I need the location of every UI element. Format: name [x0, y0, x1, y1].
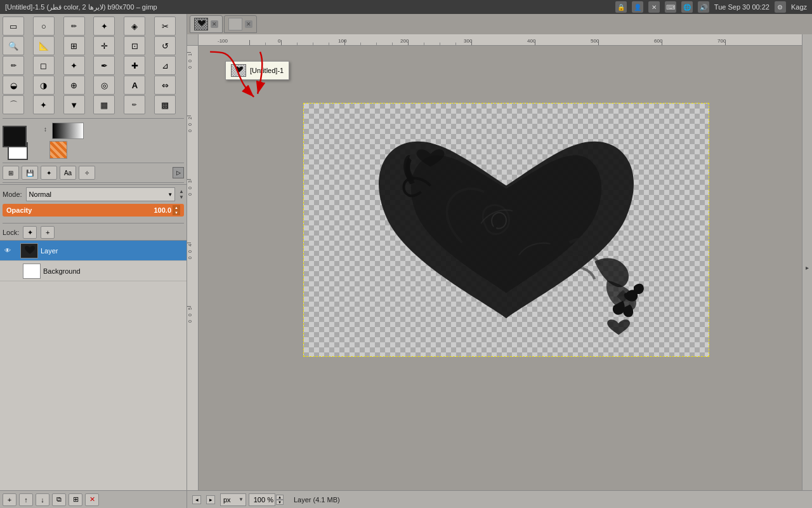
zoom-wrapper: 100 % ▲ ▼ — [249, 493, 284, 506]
tool-preset-btn[interactable]: ⊞ — [3, 166, 19, 180]
tools-divider — [3, 118, 184, 119]
rect-select-tool[interactable]: ▭ — [3, 17, 24, 36]
canvas-zone: [Untitled]-1 -100 0 100 200 300 400 — [187, 34, 812, 508]
opacity-decrease-btn[interactable]: ▼ — [173, 210, 180, 215]
paintbrush-tool[interactable]: ✏ — [3, 56, 24, 75]
heal-tool[interactable]: ✚ — [124, 56, 145, 75]
path-tool[interactable]: ⌒ — [3, 95, 24, 114]
align-tool[interactable]: ⊞ — [63, 36, 85, 55]
image-tab-1[interactable]: ✕ — [190, 15, 223, 33]
free-select-tool[interactable]: ✏ — [63, 17, 85, 36]
duplicate-layer-btn[interactable]: ⧉ — [52, 493, 66, 506]
ruler-v-content: 1 0 0 2 0 0 3 0 0 4 0 0 5 — [187, 46, 198, 500]
measure-tool[interactable]: 📐 — [33, 36, 55, 55]
tool-options-btn[interactable]: ✧ — [79, 166, 95, 180]
scroll-left-btn[interactable]: ◂ — [192, 495, 201, 504]
user-icon[interactable]: 👤 — [632, 1, 643, 13]
ellipse-select-tool[interactable]: ○ — [33, 17, 55, 36]
zoom-input[interactable]: 100 % — [249, 493, 275, 506]
network-icon[interactable]: 🌐 — [681, 1, 693, 13]
opacity-value: 100.0 — [154, 206, 171, 214]
select-by-color-tool[interactable]: ◈ — [124, 17, 145, 36]
position-lock-btn[interactable]: + — [41, 226, 55, 239]
unit-select[interactable]: px mm in pt — [220, 493, 246, 506]
main-canvas[interactable] — [199, 46, 802, 500]
save-preset-btn[interactable]: 💾 — [22, 166, 38, 180]
new-layer-btn[interactable]: + — [3, 493, 16, 506]
airbrush-tool[interactable]: ✦ — [63, 56, 85, 75]
color-picker-tool[interactable]: ✦ — [33, 95, 55, 114]
rotate-tool[interactable]: ↺ — [154, 36, 176, 55]
unit-select-wrapper: px mm in pt ▼ — [220, 493, 244, 506]
clone-tool[interactable]: ⊕ — [63, 76, 85, 95]
vertical-ruler: 1 0 0 2 0 0 3 0 0 4 0 0 5 — [187, 46, 199, 500]
color-divider — [3, 163, 184, 163]
clock: Tue Sep 30 00:22 — [714, 3, 769, 11]
zoom-tool[interactable]: 🔍 — [3, 36, 24, 55]
tab2-close-btn[interactable]: ✕ — [245, 20, 252, 28]
image-tab-2[interactable]: ✕ — [224, 15, 257, 33]
layer-visibility-eye[interactable]: 👁 — [3, 246, 13, 256]
layers-divider — [3, 223, 184, 224]
bucket-fill-tool[interactable]: ▼ — [63, 95, 85, 114]
pattern-preview[interactable] — [49, 141, 67, 159]
layer-item-background[interactable]: Background — [0, 261, 187, 281]
options-divider — [3, 182, 184, 183]
mode-select-wrapper: Normal Dissolve Multiply Screen Overlay — [26, 187, 176, 201]
blur-sharpen-tool[interactable]: ◎ — [93, 76, 115, 95]
opacity-increase-btn[interactable]: ▲ — [173, 205, 180, 210]
swap-colors-icon[interactable]: ↕ — [44, 126, 47, 133]
foreground-color-swatch[interactable] — [3, 126, 27, 147]
perspective-clone-tool[interactable]: ⊿ — [154, 56, 176, 75]
x11-icon[interactable]: ✕ — [648, 1, 660, 13]
alpha-lock-btn[interactable]: ✦ — [23, 226, 37, 239]
font-size-btn[interactable]: Aa — [60, 166, 76, 180]
raise-layer-btn[interactable]: ↑ — [19, 493, 33, 506]
move-tool[interactable]: ✛ — [93, 36, 115, 55]
scroll-right-btn[interactable]: ▸ — [206, 495, 215, 504]
opacity-label: Opacity — [6, 206, 154, 214]
layer-thumbnail — [20, 243, 38, 258]
lock-row: Lock: ✦ + — [0, 225, 187, 240]
settings-icon[interactable]: ⚙ — [775, 1, 786, 13]
eraser-tool[interactable]: ◻ — [33, 56, 55, 75]
ink-tool[interactable]: ✒ — [93, 56, 115, 75]
gradient-preview[interactable] — [52, 123, 84, 139]
tab1-close-btn[interactable]: ✕ — [211, 20, 218, 28]
zoom-spinner: ▲ ▼ — [276, 495, 284, 505]
keyboard-icon[interactable]: ⌨ — [665, 1, 676, 13]
horizontal-ruler: -100 0 100 200 300 400 500 600 7 — [199, 34, 802, 46]
volume-icon[interactable]: 🔊 — [698, 1, 709, 13]
zoom-increase-btn[interactable]: ▲ — [276, 495, 284, 500]
color-area: ↕ — [0, 120, 187, 161]
expand-panel-btn[interactable]: ▷ — [173, 167, 184, 178]
mode-select[interactable]: Normal Dissolve Multiply Screen Overlay — [26, 187, 176, 201]
scissors-select-tool[interactable]: ✂ — [154, 17, 176, 36]
anchor-layer-btn[interactable]: ⊞ — [69, 493, 82, 506]
opacity-row: Opacity 100.0 ▲ ▼ — [3, 204, 184, 217]
pencil-tool[interactable]: ✏ — [124, 95, 145, 114]
dodge-burn-tool[interactable]: ◑ — [33, 76, 55, 95]
delete-layer-btn[interactable]: ✕ — [85, 493, 99, 506]
opacity-spinner: ▲ ▼ — [173, 205, 180, 215]
restore-defaults-btn[interactable]: ✦ — [41, 166, 57, 180]
pattern-fill-tool[interactable]: ▩ — [154, 95, 176, 114]
image-canvas — [303, 103, 709, 357]
fuzzy-select-tool[interactable]: ✦ — [93, 17, 115, 36]
toolbox: ▭ ○ ✏ ✦ ◈ ✂ 🔍 📐 ⊞ ✛ ⊡ ↺ ✏ ◻ ✦ ✒ ✚ ⊿ ◒ ◑ … — [0, 14, 187, 508]
lower-layer-btn[interactable]: ↓ — [36, 493, 49, 506]
titlebar-left: [Untitled]-1.5 (قطر color, 2 لایرها) b90… — [5, 3, 157, 11]
layer-item-layer[interactable]: 👁 Layer — [0, 241, 187, 261]
background-layer-thumbnail — [23, 264, 41, 279]
crop-tool[interactable]: ⊡ — [124, 36, 145, 55]
titlebar-right: 🔒 👤 ✕ ⌨ 🌐 🔊 Tue Sep 30 00:22 ⚙ Kagz — [615, 1, 807, 13]
smudge-tool[interactable]: ◒ — [3, 76, 24, 95]
zoom-decrease-btn[interactable]: ▼ — [276, 500, 284, 505]
privacy-icon[interactable]: 🔒 — [615, 1, 627, 13]
status-bar: ◂ ▸ px mm in pt ▼ 100 % ▲ ▼ Layer (4.1 M… — [187, 490, 812, 508]
text-tool[interactable]: A — [124, 76, 145, 95]
blend-tool[interactable]: ▦ — [93, 95, 115, 114]
ruler-corner — [187, 34, 199, 46]
scroll-right[interactable]: ▸ — [802, 34, 812, 500]
flip-tool[interactable]: ⇔ — [154, 76, 176, 95]
